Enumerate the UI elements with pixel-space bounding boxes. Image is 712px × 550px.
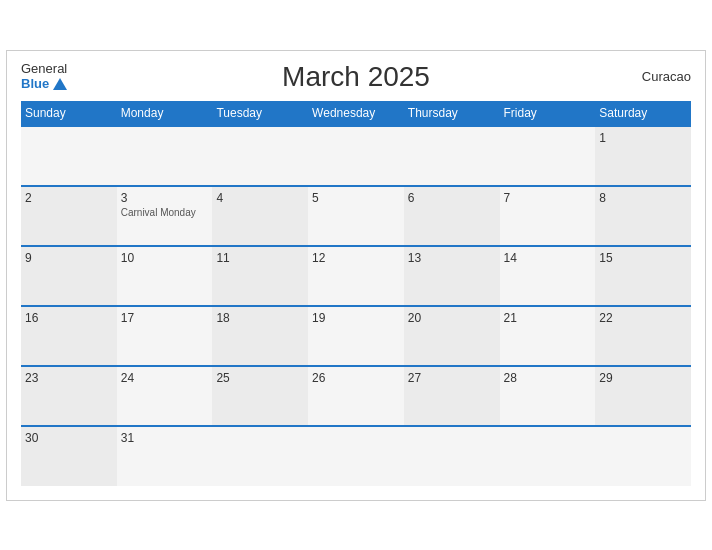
day-number: 3 <box>121 191 209 205</box>
day-number: 13 <box>408 251 496 265</box>
calendar-day-cell: 7 <box>500 186 596 246</box>
day-number: 28 <box>504 371 592 385</box>
day-number: 31 <box>121 431 209 445</box>
calendar-day-cell: 27 <box>404 366 500 426</box>
calendar-title: March 2025 <box>282 61 430 93</box>
calendar-day-cell: 21 <box>500 306 596 366</box>
calendar-day-cell: 16 <box>21 306 117 366</box>
calendar-day-cell: 24 <box>117 366 213 426</box>
day-number: 9 <box>25 251 113 265</box>
region-label: Curacao <box>642 69 691 84</box>
day-number: 6 <box>408 191 496 205</box>
logo-blue-text: Blue <box>21 77 67 91</box>
calendar-week-row: 23Carnival Monday45678 <box>21 186 691 246</box>
day-number: 23 <box>25 371 113 385</box>
calendar-week-row: 3031 <box>21 426 691 486</box>
calendar-day-cell <box>595 426 691 486</box>
header-sunday: Sunday <box>21 101 117 126</box>
day-number: 17 <box>121 311 209 325</box>
calendar-day-cell: 10 <box>117 246 213 306</box>
calendar-day-cell: 6 <box>404 186 500 246</box>
calendar-day-cell: 14 <box>500 246 596 306</box>
calendar-day-cell <box>404 426 500 486</box>
day-number: 12 <box>312 251 400 265</box>
calendar-day-cell <box>212 426 308 486</box>
day-number: 8 <box>599 191 687 205</box>
calendar-day-cell: 2 <box>21 186 117 246</box>
calendar-day-cell: 31 <box>117 426 213 486</box>
day-number: 21 <box>504 311 592 325</box>
calendar-day-cell: 18 <box>212 306 308 366</box>
header-tuesday: Tuesday <box>212 101 308 126</box>
day-number: 22 <box>599 311 687 325</box>
day-number: 25 <box>216 371 304 385</box>
day-number: 24 <box>121 371 209 385</box>
calendar-day-cell: 8 <box>595 186 691 246</box>
day-number: 29 <box>599 371 687 385</box>
calendar-day-cell: 22 <box>595 306 691 366</box>
calendar-day-cell: 13 <box>404 246 500 306</box>
calendar-week-row: 1 <box>21 126 691 186</box>
day-number: 4 <box>216 191 304 205</box>
day-number: 11 <box>216 251 304 265</box>
calendar-day-cell <box>117 126 213 186</box>
calendar-day-cell: 17 <box>117 306 213 366</box>
day-number: 14 <box>504 251 592 265</box>
day-number: 10 <box>121 251 209 265</box>
calendar-day-cell: 29 <box>595 366 691 426</box>
day-event: Carnival Monday <box>121 207 209 218</box>
calendar-day-cell: 5 <box>308 186 404 246</box>
calendar-day-cell <box>308 426 404 486</box>
day-number: 7 <box>504 191 592 205</box>
calendar-day-cell: 19 <box>308 306 404 366</box>
weekday-header-row: Sunday Monday Tuesday Wednesday Thursday… <box>21 101 691 126</box>
day-number: 26 <box>312 371 400 385</box>
logo-general-text: General <box>21 62 67 76</box>
logo: General Blue <box>21 62 67 91</box>
calendar-day-cell <box>308 126 404 186</box>
calendar-day-cell <box>212 126 308 186</box>
calendar-day-cell: 11 <box>212 246 308 306</box>
calendar-day-cell: 15 <box>595 246 691 306</box>
calendar-table: Sunday Monday Tuesday Wednesday Thursday… <box>21 101 691 486</box>
calendar-day-cell: 4 <box>212 186 308 246</box>
calendar-day-cell <box>21 126 117 186</box>
calendar-day-cell: 1 <box>595 126 691 186</box>
day-number: 5 <box>312 191 400 205</box>
calendar-day-cell: 30 <box>21 426 117 486</box>
day-number: 1 <box>599 131 687 145</box>
header-saturday: Saturday <box>595 101 691 126</box>
calendar-day-cell: 28 <box>500 366 596 426</box>
calendar-day-cell: 12 <box>308 246 404 306</box>
calendar-day-cell: 3Carnival Monday <box>117 186 213 246</box>
day-number: 19 <box>312 311 400 325</box>
header-friday: Friday <box>500 101 596 126</box>
calendar-day-cell: 26 <box>308 366 404 426</box>
calendar-day-cell: 9 <box>21 246 117 306</box>
calendar-week-row: 16171819202122 <box>21 306 691 366</box>
calendar-day-cell <box>500 126 596 186</box>
calendar-week-row: 9101112131415 <box>21 246 691 306</box>
day-number: 16 <box>25 311 113 325</box>
calendar-day-cell: 23 <box>21 366 117 426</box>
day-number: 30 <box>25 431 113 445</box>
calendar-day-cell <box>404 126 500 186</box>
header-monday: Monday <box>117 101 213 126</box>
calendar-week-row: 23242526272829 <box>21 366 691 426</box>
day-number: 27 <box>408 371 496 385</box>
logo-triangle-icon <box>53 78 67 90</box>
header-wednesday: Wednesday <box>308 101 404 126</box>
calendar-header: General Blue March 2025 Curacao <box>21 61 691 93</box>
day-number: 15 <box>599 251 687 265</box>
calendar-day-cell: 20 <box>404 306 500 366</box>
day-number: 20 <box>408 311 496 325</box>
calendar-day-cell: 25 <box>212 366 308 426</box>
day-number: 2 <box>25 191 113 205</box>
day-number: 18 <box>216 311 304 325</box>
calendar-day-cell <box>500 426 596 486</box>
calendar-container: General Blue March 2025 Curacao Sunday M… <box>6 50 706 501</box>
header-thursday: Thursday <box>404 101 500 126</box>
